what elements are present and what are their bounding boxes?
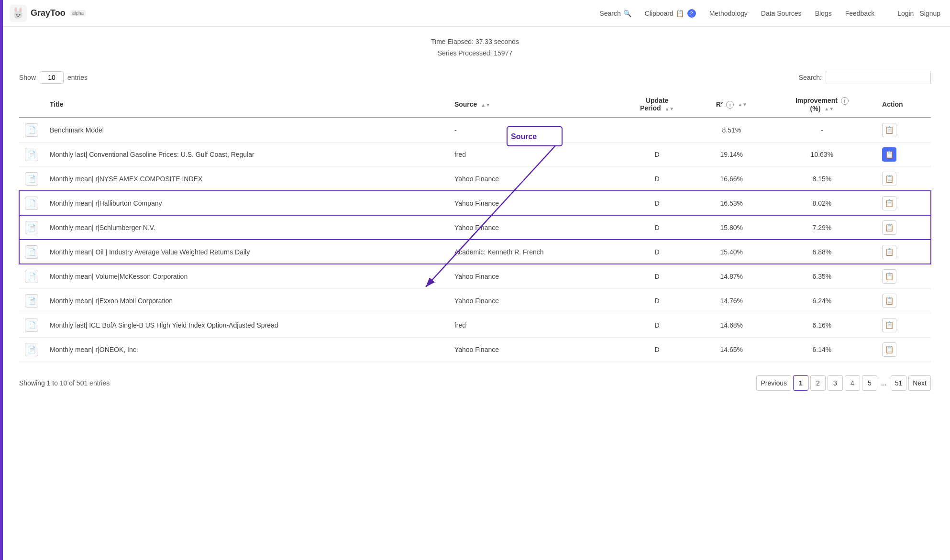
row-title: Monthly mean| r|NYSE AMEX COMPOSITE INDE… <box>44 166 449 191</box>
row-title: Benchmark Model <box>44 118 449 143</box>
r2-info-icon[interactable]: i <box>726 101 734 109</box>
improvement-info-icon[interactable]: i <box>841 97 849 105</box>
copy-button[interactable]: 📋 <box>882 123 896 137</box>
row-improvement: 7.29% <box>768 215 876 240</box>
copy-button[interactable]: 📋 <box>882 196 896 210</box>
row-source: Yahoo Finance <box>449 191 619 215</box>
copy-button[interactable]: 📋 <box>882 318 896 332</box>
nav-auth: Login Signup <box>897 10 940 17</box>
logo[interactable]: GrayTooalpha <box>10 5 86 22</box>
nav-search[interactable]: Search 🔍 <box>599 10 631 17</box>
row-source: fred <box>449 142 619 166</box>
nav-feedback[interactable]: Feedback <box>845 10 874 17</box>
row-update-period: D <box>619 288 696 313</box>
col-action: Action <box>876 92 931 118</box>
copy-button[interactable]: 📋 <box>882 245 896 259</box>
row-title: Monthly mean| Oil | Industry Average Val… <box>44 240 449 264</box>
page-51-button[interactable]: 51 <box>891 375 907 391</box>
nav-methodology[interactable]: Methodology <box>709 10 748 17</box>
nav-data-sources[interactable]: Data Sources <box>761 10 802 17</box>
col-icon <box>19 92 44 118</box>
nav-links: Search 🔍 Clipboard 📋 2 Methodology Data … <box>599 9 940 18</box>
prev-button[interactable]: Previous <box>756 375 791 391</box>
row-title: Monthly mean| r|Schlumberger N.V. <box>44 215 449 240</box>
row-r2: 19.14% <box>696 142 768 166</box>
pagination-row: Showing 1 to 10 of 501 entries Previous … <box>19 371 931 391</box>
nav-data-sources-label: Data Sources <box>761 10 802 17</box>
copy-button[interactable]: 📋 <box>882 294 896 308</box>
copy-button[interactable]: 📋 <box>882 342 896 357</box>
row-r2: 15.80% <box>696 215 768 240</box>
row-r2: 14.68% <box>696 313 768 337</box>
page-5-button[interactable]: 5 <box>862 375 877 391</box>
left-accent-bar <box>0 0 3 410</box>
row-doc-icon: 📄 <box>25 245 38 259</box>
row-action: 📋 <box>876 337 931 362</box>
col-update-period[interactable]: UpdatePeriod ▲▼ <box>619 92 696 118</box>
row-doc-icon: 📄 <box>25 197 38 210</box>
results-table: Title Source ▲▼ UpdatePeriod ▲▼ R² i ▲▼ <box>19 92 931 362</box>
row-title: Monthly mean| r|ONEOK, Inc. <box>44 337 449 362</box>
row-action: 📋 <box>876 215 931 240</box>
row-title: Monthly last| Conventional Gasoline Pric… <box>44 142 449 166</box>
col-title: Title <box>44 92 449 118</box>
table-row: 📄Monthly last| ICE BofA Single-B US High… <box>19 313 931 337</box>
row-update-period: D <box>619 264 696 288</box>
row-action: 📋 <box>876 313 931 337</box>
svg-point-5 <box>20 8 22 12</box>
row-r2: 14.87% <box>696 264 768 288</box>
copy-button[interactable]: 📋 <box>882 172 896 186</box>
nav-clipboard[interactable]: Clipboard 📋 2 <box>645 9 696 18</box>
stats-bar: Time Elapsed: 37.33 seconds Series Proce… <box>19 27 931 71</box>
page-info: Showing 1 to 10 of 501 entries <box>19 379 110 387</box>
nav-login[interactable]: Login <box>897 10 914 17</box>
nav-clipboard-label: Clipboard <box>645 10 674 17</box>
row-improvement: 6.16% <box>768 313 876 337</box>
nav-signup[interactable]: Signup <box>919 10 940 17</box>
row-source: - <box>449 118 619 143</box>
page-ellipsis: ... <box>879 379 889 387</box>
svg-point-7 <box>19 14 21 15</box>
row-title: Monthly mean| r|Halliburton Company <box>44 191 449 215</box>
row-update-period: D <box>619 215 696 240</box>
row-source: Yahoo Finance <box>449 215 619 240</box>
table-row: 📄Monthly mean| r|Exxon Mobil Corporation… <box>19 288 931 313</box>
row-improvement: 8.02% <box>768 191 876 215</box>
copy-button[interactable]: 📋 <box>882 147 896 162</box>
series-processed: Series Processed: 15977 <box>19 48 931 59</box>
svg-point-4 <box>15 8 17 12</box>
page-4-button[interactable]: 4 <box>845 375 860 391</box>
entries-input[interactable] <box>40 71 64 84</box>
source-sort-icon: ▲▼ <box>481 102 490 108</box>
col-r2[interactable]: R² i ▲▼ <box>696 92 768 118</box>
page-2-button[interactable]: 2 <box>810 375 826 391</box>
search-label: Search: <box>799 74 822 81</box>
page-3-button[interactable]: 3 <box>828 375 843 391</box>
page-1-button[interactable]: 1 <box>793 375 808 391</box>
row-doc-icon: 📄 <box>25 270 38 283</box>
logo-text: GrayToo <box>31 8 66 18</box>
row-title: Monthly last| ICE BofA Single-B US High … <box>44 313 449 337</box>
col-source[interactable]: Source ▲▼ <box>449 92 619 118</box>
time-elapsed: Time Elapsed: 37.33 seconds <box>19 36 931 48</box>
row-r2: 15.40% <box>696 240 768 264</box>
next-button[interactable]: Next <box>908 375 931 391</box>
row-action: 📋 <box>876 240 931 264</box>
logo-icon <box>10 5 27 22</box>
table-search-input[interactable] <box>826 71 931 84</box>
show-entries: Show entries <box>19 71 88 84</box>
table-row: 📄Monthly mean| r|Schlumberger N.V.Yahoo … <box>19 215 931 240</box>
row-doc-icon: 📄 <box>25 318 38 332</box>
row-doc-icon: 📄 <box>25 172 38 186</box>
nav-search-label: Search <box>599 10 620 17</box>
copy-button[interactable]: 📋 <box>882 220 896 235</box>
nav-blogs[interactable]: Blogs <box>815 10 832 17</box>
row-improvement: 6.35% <box>768 264 876 288</box>
r2-sort-icon: ▲▼ <box>738 102 747 107</box>
col-improvement[interactable]: Improvement i (%) ▲▼ <box>768 92 876 118</box>
table-row: 📄Monthly mean| Oil | Industry Average Va… <box>19 240 931 264</box>
copy-button[interactable]: 📋 <box>882 269 896 284</box>
table-row: 📄Monthly mean| r|ONEOK, Inc.Yahoo Financ… <box>19 337 931 362</box>
row-update-period: D <box>619 240 696 264</box>
row-title: Monthly mean| Volume|McKesson Corporatio… <box>44 264 449 288</box>
